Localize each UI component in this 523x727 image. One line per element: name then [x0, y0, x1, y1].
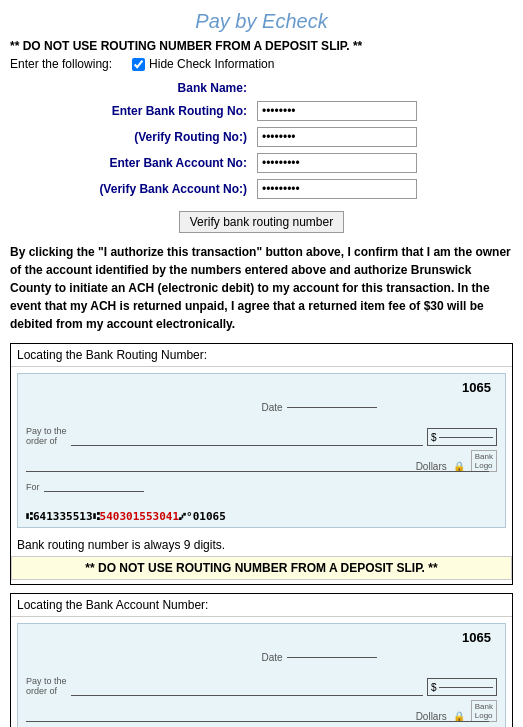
check-payto-line-2: Pay to theorder of $ [26, 676, 497, 696]
micr-check: 01065 [193, 510, 226, 523]
bank-logo: BankLogo [471, 450, 497, 472]
verify-routing-input-cell [253, 125, 511, 149]
amount-inner [439, 437, 493, 438]
hide-check-label[interactable]: Hide Check Information [132, 57, 274, 71]
date-label: Date [262, 402, 283, 413]
verify-account-label: (Verify Bank Account No:) [12, 177, 251, 201]
micr-symbol1: ⑆ [26, 510, 33, 523]
check-image-routing: 1065 Date Pay to theorder of $ Dollars 🔒… [17, 373, 506, 528]
verify-routing-label: (Verify Routing No:) [12, 125, 251, 149]
payto-underline-2 [71, 695, 423, 696]
bank-logo-2: BankLogo [471, 700, 497, 722]
check-payto-line: Pay to theorder of $ [26, 426, 497, 446]
authorize-text: By clicking the "I authorize this transa… [10, 243, 513, 333]
date-underline-2 [287, 657, 377, 658]
hide-check-text: Hide Check Information [149, 57, 274, 71]
sig-line [349, 471, 489, 472]
micr-account: 540301553041 [100, 510, 179, 523]
payto-label-2: Pay to theorder of [26, 676, 67, 696]
for-label: For [26, 482, 40, 492]
routing-input-cell [253, 99, 511, 123]
check-image-account: 1065 Date Pay to theorder of $ Dollars 🔒… [17, 623, 506, 727]
page-title: Pay by Echeck [10, 10, 513, 33]
account-input-cell [253, 151, 511, 175]
dollar-sign-2: $ [431, 682, 437, 693]
payto-label: Pay to theorder of [26, 426, 67, 446]
micr-symbol3: ⑇° [179, 510, 193, 523]
check-dollars-line-2: Dollars 🔒 BankLogo [26, 700, 497, 722]
amount-box: $ [427, 428, 497, 446]
routing-section: Locating the Bank Routing Number: 1065 D… [10, 343, 513, 585]
warning-text: ** DO NOT USE ROUTING NUMBER FROM A DEPO… [10, 39, 513, 53]
payto-underline [71, 445, 423, 446]
check-date-line-2: Date [262, 652, 377, 663]
hide-check-checkbox[interactable] [132, 58, 145, 71]
account-label: Enter Bank Account No: [12, 151, 251, 175]
date-underline [287, 407, 377, 408]
deposit-warning: ** DO NOT USE ROUTING NUMBER FROM A DEPO… [11, 556, 512, 580]
for-underline [44, 491, 144, 492]
amount-inner-2 [439, 687, 493, 688]
bank-name-value [253, 79, 511, 97]
check-date-line: Date [262, 402, 377, 413]
routing-input[interactable] [257, 101, 417, 121]
routing-note: Bank routing number is always 9 digits. [11, 534, 512, 556]
bank-name-label: Bank Name: [12, 79, 251, 97]
routing-section-header: Locating the Bank Routing Number: [11, 344, 512, 367]
enter-following-label: Enter the following: [10, 57, 112, 71]
sig-line-2 [349, 721, 489, 722]
verify-routing-input[interactable] [257, 127, 417, 147]
check-number-2: 1065 [462, 630, 491, 645]
amount-box-2: $ [427, 678, 497, 696]
micr-routing: 641335513 [33, 510, 93, 523]
account-section: Locating the Bank Account Number: 1065 D… [10, 593, 513, 727]
check-for-line: For [26, 482, 497, 492]
date-label-2: Date [262, 652, 283, 663]
micr-symbol2: ⑆ [93, 510, 100, 523]
micr-line: ⑆641335513⑆540301553041⑇°01065 [26, 510, 497, 523]
verify-routing-button[interactable]: Verify bank routing number [179, 211, 344, 233]
check-dollars-line: Dollars 🔒 BankLogo [26, 450, 497, 472]
verify-account-input[interactable] [257, 179, 417, 199]
account-section-header: Locating the Bank Account Number: [11, 594, 512, 617]
verify-account-input-cell [253, 177, 511, 201]
routing-label: Enter Bank Routing No: [12, 99, 251, 123]
check-number: 1065 [462, 380, 491, 395]
account-input[interactable] [257, 153, 417, 173]
dollar-sign: $ [431, 432, 437, 443]
